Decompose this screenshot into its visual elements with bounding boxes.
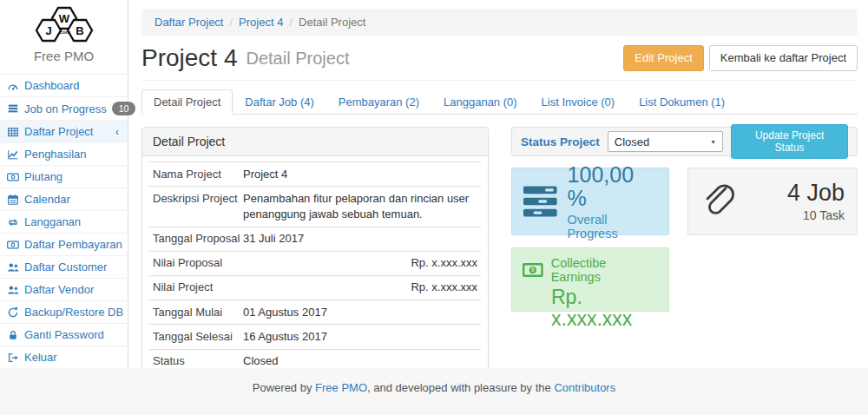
status-select-value: Closed [615, 135, 649, 148]
panel-title: Detail Project [142, 128, 488, 156]
retweet-icon [7, 216, 19, 228]
row-label: Nama Project [153, 167, 243, 182]
refresh-icon [7, 306, 19, 319]
breadcrumb-project-4[interactable]: Project 4 [239, 16, 283, 29]
sidebar-item-job-on-progress[interactable]: Job on Progress 10 [0, 97, 128, 121]
sidebar: W J B .com Free PMO Dashboard [0, 0, 128, 368]
row-label: Deskripsi Project [153, 191, 243, 222]
row-value: Penambahan fitur pelaporan dan rincian u… [243, 191, 477, 222]
sidebar-item-label: Langganan [24, 215, 81, 228]
job-text: 4 Job 10 Task [787, 181, 845, 223]
contributors-link[interactable]: Contributors [554, 381, 615, 394]
content-area: Daftar Project / Project 4 / Detail Proj… [128, 0, 868, 368]
breadcrumb-separator: / [229, 16, 233, 29]
earnings-value: Rp. x.xxx.xxx [551, 287, 658, 331]
page-subtitle: Detail Project [247, 49, 350, 69]
footer-text: , and developed with pleasure by the [367, 381, 554, 394]
sidebar-item-label: Daftar Vendor [24, 283, 94, 296]
sidebar-item-label: Keluar [24, 351, 57, 364]
row-label: Nilai Proposal [153, 255, 243, 271]
row-value: Rp. x.xxx.xxx [243, 255, 477, 271]
header-buttons: Edit Project Kembali ke daftar Project [623, 45, 858, 71]
sidebar-item-daftar-project[interactable]: Daftar Project ‹ [0, 121, 128, 143]
row-value: Closed [243, 353, 477, 369]
dashboard-icon [7, 80, 19, 92]
detail-project-panel: Detail Project Nama Project Project 4 De… [141, 127, 489, 407]
sidebar-item-label: Daftar Project [24, 125, 93, 138]
earnings-title: Collectibe Earnings [551, 256, 658, 284]
app-window: W J B .com Free PMO Dashboard [0, 0, 868, 415]
row-value: 16 Agustus 2017 [243, 329, 477, 345]
job-count: 4 Job [787, 181, 845, 207]
page-header: Project 4 Detail Project Edit Project Ke… [141, 44, 858, 81]
footer-text: Powered by [253, 381, 315, 394]
breadcrumb-daftar-project[interactable]: Daftar Project [155, 16, 223, 29]
earnings-header: 0 Collectibe Earnings [523, 256, 658, 284]
tab-langganan[interactable]: Langganan (0) [431, 89, 529, 115]
table-row: Deskripsi Project Penambahan fitur pelap… [149, 186, 481, 226]
caret-down-icon: ▼ [710, 139, 716, 145]
two-column-layout: Detail Project Nama Project Project 4 De… [141, 127, 858, 407]
tab-detail-project[interactable]: Detail Project [141, 89, 233, 115]
table-row: Nilai Proposal Rp. x.xxx.xxx [149, 251, 481, 275]
sidebar-item-label: Penghasilan [24, 148, 87, 161]
free-pmo-link[interactable]: Free PMO [315, 381, 367, 394]
money-icon [7, 171, 19, 183]
page-title: Project 4 [141, 44, 238, 72]
progress-value: 100,00 % [568, 163, 658, 211]
breadcrumb-separator: / [289, 16, 293, 29]
sidebar-item-label: Daftar Customer [24, 260, 107, 273]
tab-list-invoice[interactable]: List Invoice (0) [529, 89, 628, 115]
status-select[interactable]: Closed ▼ [608, 131, 723, 152]
sidebar-item-langganan[interactable]: Langganan [0, 211, 128, 234]
sidebar-item-label: Job on Progress [24, 102, 107, 115]
logo: W J B .com Free PMO [0, 0, 128, 69]
back-to-list-button[interactable]: Kembali ke daftar Project [709, 45, 858, 71]
sidebar-item-label: Backup/Restore DB [24, 306, 123, 319]
sidebar-item-keluar[interactable]: Keluar [0, 346, 128, 369]
progress-text: 100,00 % Overall Progress [568, 163, 658, 240]
calendar-icon [7, 194, 19, 206]
table-row: Tanggal Selesai 16 Agustus 2017 [149, 324, 481, 348]
jwb-logo-icon: W J B .com [24, 6, 104, 46]
main-area: W J B .com Free PMO Dashboard [0, 0, 868, 368]
svg-text:J: J [45, 24, 51, 37]
sidebar-item-daftar-customer[interactable]: Daftar Customer [0, 256, 128, 279]
row-label: Status [153, 353, 243, 369]
line-chart-icon [7, 148, 19, 161]
row-label: Tanggal Proposal [153, 231, 243, 247]
tab-pembayaran[interactable]: Pembayaran (2) [326, 89, 431, 115]
sidebar-item-label: Calendar [24, 193, 70, 206]
sidebar-item-penghasilan[interactable]: Penghasilan [0, 143, 128, 166]
sidebar-item-backup-restore[interactable]: Backup/Restore DB [0, 301, 128, 324]
breadcrumb: Daftar Project / Project 4 / Detail Proj… [141, 9, 858, 36]
users-icon [7, 284, 19, 296]
tab-daftar-job[interactable]: Daftar Job (4) [233, 89, 326, 115]
sidebar-item-label: Piutang [24, 170, 62, 183]
sidebar-item-piutang[interactable]: Piutang [0, 166, 128, 188]
edit-project-button[interactable]: Edit Project [623, 45, 703, 71]
row-value: Rp. x.xxx.xxx [243, 280, 477, 295]
sidebar-item-dashboard[interactable]: Dashboard [0, 75, 128, 97]
lock-icon [7, 329, 19, 341]
sidebar-item-daftar-vendor[interactable]: Daftar Vendor [0, 279, 128, 301]
collectible-earnings-card: 0 Collectibe Earnings Rp. x.xxx.xxx [511, 247, 669, 312]
table-row: Nama Project Project 4 [149, 161, 481, 186]
sidebar-item-calendar[interactable]: Calendar [0, 188, 128, 211]
svg-text:W: W [58, 12, 69, 25]
money-icon [7, 239, 19, 251]
svg-text:.com: .com [57, 30, 69, 35]
summary-cards-row: 100,00 % Overall Progress 4 Job 10 Task [511, 168, 858, 235]
sidebar-item-ganti-password[interactable]: Ganti Password [0, 324, 128, 346]
status-project-label: Status Project [521, 135, 600, 148]
svg-text:0: 0 [531, 267, 535, 273]
chevron-left-icon: ‹ [115, 125, 121, 138]
tasks-icon [7, 102, 19, 115]
update-status-button[interactable]: Update Project Status [731, 124, 848, 159]
status-project-bar: Status Project Closed ▼ Update Project S… [511, 127, 858, 156]
brand-name: Free PMO [0, 49, 128, 63]
sidebar-item-daftar-pembayaran[interactable]: Daftar Pembayaran [0, 234, 128, 256]
tab-list-dokumen[interactable]: List Dokumen (1) [627, 89, 737, 115]
overall-progress-card: 100,00 % Overall Progress [511, 168, 669, 235]
breadcrumb-current: Detail Project [299, 16, 365, 29]
